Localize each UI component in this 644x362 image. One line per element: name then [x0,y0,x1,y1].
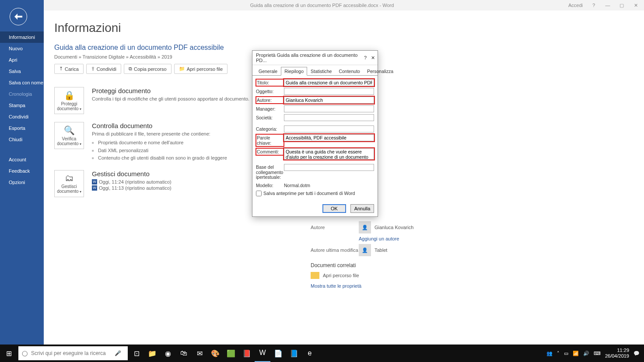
acrobat-icon[interactable]: 📕 [239,345,255,362]
nav-apri[interactable]: Apri [0,54,44,66]
tab-personalizza[interactable]: Personalizza [364,67,397,76]
nav-salva-con-nome[interactable]: Salva con nome [0,77,44,88]
tray-chevron-icon[interactable]: ˄ [557,351,560,356]
window-title: Guida alla creazione di un documento PDF… [250,3,394,8]
dialog-help-icon[interactable]: ? [364,55,367,60]
tab-generale[interactable]: Generale [255,67,281,76]
open-path-button[interactable]: 📁Apri percorso file [174,64,228,74]
app-icon[interactable]: 🟩 [223,345,239,362]
window-titlebar: Guida alla creazione di un documento PDF… [0,0,644,10]
version-item[interactable]: WOggi, 11:13 (ripristino automatico) [92,185,172,191]
nav-opzioni[interactable]: Opzioni [0,177,44,188]
field-keywords-input[interactable] [284,134,374,141]
taskbar-clock[interactable]: 11:29 26/04/2019 [605,348,629,359]
mail-icon[interactable]: ✉ [192,345,207,362]
tray-keyboard-icon[interactable]: ⌨ [594,351,601,356]
ok-button[interactable]: OK [322,204,346,213]
store-icon[interactable]: 🛍 [176,345,192,362]
field-company-label: Società: [256,114,284,120]
show-all-properties-link[interactable]: Mostra tutte le proprietà [311,283,459,289]
add-author-link[interactable]: Aggiungi un autore [359,236,399,241]
avatar: 👤 [359,221,371,233]
field-company-input[interactable] [284,114,374,121]
nav-account[interactable]: Account [0,154,44,165]
manage-title: Gestisci documento [92,170,172,178]
app-icon[interactable]: 🎨 [207,345,223,362]
manage-icon: 🗂 [65,173,74,183]
tray-people-icon[interactable]: 👥 [546,351,553,356]
back-button[interactable] [10,8,27,25]
open-file-location[interactable]: Apri percorso file [311,272,459,279]
nav-informazioni[interactable]: Informazioni [0,31,44,43]
tab-contenuto[interactable]: Contenuto [335,67,363,76]
start-button[interactable]: ⊞ [0,349,18,358]
help-icon[interactable]: ? [591,3,597,8]
taskbar-search[interactable]: ◯ 🎤 [18,346,128,360]
app-icon[interactable]: 📘 [286,345,302,362]
tray-notifications-icon[interactable]: 💬 [634,351,640,356]
cancel-button[interactable]: Annulla [350,204,374,213]
word-icon[interactable]: W [255,345,270,362]
upload-button[interactable]: ⤒Carica [54,64,84,74]
tab-statistiche[interactable]: Statistiche [307,67,335,76]
tray-volume-icon[interactable]: 🔊 [583,351,589,356]
minimize-icon[interactable]: — [605,3,611,8]
protect-document-button[interactable]: 🔒 Proteggi documento [54,87,84,114]
task-view-icon[interactable]: ⊡ [129,345,144,362]
field-title-label: Titolo: [256,79,284,86]
nav-salva[interactable]: Salva [0,66,44,77]
edge-icon[interactable]: e [302,345,318,362]
inspect-title: Controlla documento [92,122,227,129]
field-author-label: Autore: [256,97,284,104]
app-icon[interactable]: 📄 [270,345,286,362]
version-item[interactable]: WOggi, 11:24 (ripristino automatico) [92,179,172,184]
tab-riepilogo[interactable]: Riepilogo [281,67,307,76]
save-preview-checkbox[interactable] [256,191,262,196]
inspect-bullet: Proprietà documento e nome dell'autore [92,139,227,147]
copy-path-button[interactable]: ⧉Copia percorso [124,64,172,74]
backstage-sidebar: Informazioni Nuovo Apri Salva Salva con … [0,0,44,345]
search-input[interactable] [31,350,108,356]
field-hyperlink-input[interactable] [284,164,374,171]
tray-wifi-icon[interactable]: 📶 [573,351,579,356]
tray-battery-icon[interactable]: ▭ [564,351,568,356]
field-title-input[interactable] [284,79,374,86]
explorer-icon[interactable]: 📁 [144,345,160,362]
nav-stampa[interactable]: Stampa [0,100,44,111]
dialog-close-icon[interactable]: ✕ [371,55,375,61]
inspect-document-button[interactable]: 🔍 Verifica documento [54,122,84,149]
field-comments-input[interactable]: Questa è una guida che vuole essere d'ai… [284,148,374,160]
share-button[interactable]: ⇪Condividi [86,64,121,74]
maximize-icon[interactable]: ▢ [619,3,625,8]
mic-icon[interactable]: 🎤 [111,350,124,356]
chrome-icon[interactable]: ◉ [160,345,176,362]
field-template-label: Modello: [256,182,284,188]
protect-desc: Controlla i tipi di modifiche che gli ut… [92,96,249,101]
nav-nuovo[interactable]: Nuovo [0,43,44,54]
field-template-value: Normal.dotm [284,182,374,188]
field-category-label: Categoria: [256,125,284,132]
share-icon: ⇪ [91,66,95,72]
page-heading: Informazioni [54,21,644,35]
inspect-icon: 🔍 [64,125,75,136]
nav-condividi[interactable]: Condividi [0,111,44,122]
field-manager-input[interactable] [284,105,374,112]
folder-icon: 📁 [179,66,185,72]
field-author-input[interactable] [284,97,374,104]
close-icon[interactable]: ✕ [633,3,639,8]
nav-chiudi[interactable]: Chiudi [0,134,44,145]
back-arrow-icon [14,14,22,20]
nav-feedback[interactable]: Feedback [0,165,44,177]
lock-icon: 🔒 [64,90,75,101]
field-category-input[interactable] [284,125,374,132]
field-keywords-label: Parole chiave: [256,134,284,146]
field-hyperlink-label: Base del collegamento ipertestuale: [256,164,284,180]
properties-dialog: Proprietà Guida alla creazione di un doc… [252,50,378,217]
field-subject-input[interactable] [284,88,374,95]
field-manager-label: Manager: [256,105,284,111]
nav-esporta[interactable]: Esporta [0,122,44,134]
manage-document-button[interactable]: 🗂 Gestisci documento [54,170,84,197]
signin-link[interactable]: Accedi [568,3,583,8]
inspect-bullet: Dati XML personalizzati [92,147,227,155]
cloud-upload-icon: ⤒ [59,66,63,72]
